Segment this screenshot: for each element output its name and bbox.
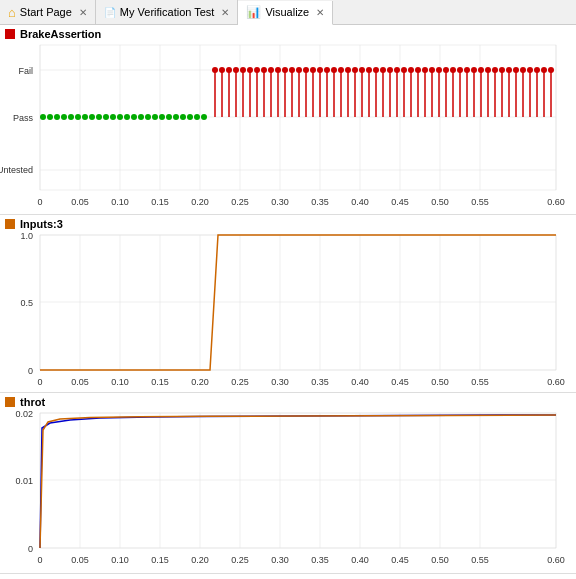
test-icon: 📄 xyxy=(104,7,116,18)
fail-dot xyxy=(226,67,232,73)
fail-dot xyxy=(296,67,302,73)
pass-dot xyxy=(152,114,158,120)
x-label-0: 0 xyxy=(37,377,42,387)
fail-dot xyxy=(513,67,519,73)
fail-dot xyxy=(261,67,267,73)
inputs-color xyxy=(5,219,15,229)
tab-visualize[interactable]: 📊 Visualize ✕ xyxy=(238,1,333,25)
fail-dot xyxy=(212,67,218,73)
start-page-label: Start Page xyxy=(20,6,72,18)
throt-svg: 0.02 0.01 0 0 0.05 0.10 0.15 0.20 0.25 0… xyxy=(0,408,566,576)
y-label-pass: Pass xyxy=(13,113,34,123)
visualize-close[interactable]: ✕ xyxy=(316,7,324,18)
brake-assertion-title: BrakeAssertion xyxy=(0,25,576,40)
fail-dot xyxy=(331,67,337,73)
x-label-005: 0.05 xyxy=(71,197,89,207)
x-label-010: 0.10 xyxy=(111,197,129,207)
x-label-050: 0.50 xyxy=(431,197,449,207)
pass-dot xyxy=(40,114,46,120)
fail-dot xyxy=(352,67,358,73)
fail-dot xyxy=(499,67,505,73)
brake-assertion-color xyxy=(5,29,15,39)
throt-label: throt xyxy=(20,396,45,408)
fail-dot xyxy=(254,67,260,73)
pass-dot xyxy=(89,114,95,120)
fail-dot xyxy=(457,67,463,73)
y-label-05: 0.5 xyxy=(20,298,33,308)
fail-dot xyxy=(394,67,400,73)
tab-verification-test[interactable]: 📄 My Verification Test ✕ xyxy=(96,0,239,24)
fail-dot xyxy=(527,67,533,73)
throt-color xyxy=(5,397,15,407)
x-label-020: 0.20 xyxy=(191,555,209,565)
verification-test-close[interactable]: ✕ xyxy=(221,7,229,18)
x-label-015: 0.15 xyxy=(151,377,169,387)
fail-dot xyxy=(275,67,281,73)
pass-dot xyxy=(110,114,116,120)
y-label-fail: Fail xyxy=(18,66,33,76)
tab-bar: ⌂ Start Page ✕ 📄 My Verification Test ✕ … xyxy=(0,0,576,25)
x-label-060: 0.60 xyxy=(547,377,565,387)
x-label-015: 0.15 xyxy=(151,197,169,207)
fail-dot xyxy=(422,67,428,73)
x-label-045: 0.45 xyxy=(391,197,409,207)
pass-dot xyxy=(47,114,53,120)
brake-assertion-svg: Fail Pass Untested 0 0.05 0.10 0.15 0.20… xyxy=(0,40,566,215)
x-label-040: 0.40 xyxy=(351,555,369,565)
inputs-chart: Inputs:3 1.0 0.5 0 0 0.05 0.10 0.15 0.20… xyxy=(0,215,576,393)
y-label-0: 0 xyxy=(28,366,33,376)
inputs-label: Inputs:3 xyxy=(20,218,63,230)
x-label-025: 0.25 xyxy=(231,197,249,207)
fail-dot xyxy=(464,67,470,73)
pass-dot xyxy=(117,114,123,120)
svg-rect-34 xyxy=(40,413,556,548)
pass-dot xyxy=(61,114,67,120)
y-label-1: 1.0 xyxy=(20,231,33,241)
y-label-002: 0.02 xyxy=(15,409,33,419)
x-label-0: 0 xyxy=(37,555,42,565)
x-label-030: 0.30 xyxy=(271,555,289,565)
verification-test-label: My Verification Test xyxy=(120,6,215,18)
fail-dot xyxy=(506,67,512,73)
x-label-040: 0.40 xyxy=(351,197,369,207)
tab-start-page[interactable]: ⌂ Start Page ✕ xyxy=(0,0,96,24)
visualize-icon: 📊 xyxy=(246,5,261,19)
brake-assertion-label: BrakeAssertion xyxy=(20,28,101,40)
fail-dot xyxy=(548,67,554,73)
inputs-svg: 1.0 0.5 0 0 0.05 0.10 0.15 0.20 0.25 0.3… xyxy=(0,230,566,395)
fail-dot xyxy=(387,67,393,73)
pass-dot xyxy=(103,114,109,120)
x-label-045: 0.45 xyxy=(391,555,409,565)
x-label-030: 0.30 xyxy=(271,197,289,207)
fail-dot xyxy=(219,67,225,73)
fail-dot xyxy=(534,67,540,73)
fail-dot xyxy=(338,67,344,73)
svg-rect-17 xyxy=(40,235,556,370)
x-label-025: 0.25 xyxy=(231,377,249,387)
fail-dot xyxy=(303,67,309,73)
fail-dot xyxy=(233,67,239,73)
pass-dot xyxy=(68,114,74,120)
fail-dot xyxy=(282,67,288,73)
fail-dot xyxy=(471,67,477,73)
pass-dot xyxy=(96,114,102,120)
pass-dot xyxy=(145,114,151,120)
fail-dot xyxy=(541,67,547,73)
fail-dot xyxy=(373,67,379,73)
start-page-close[interactable]: ✕ xyxy=(79,7,87,18)
x-label-010: 0.10 xyxy=(111,377,129,387)
fail-dot xyxy=(268,67,274,73)
y-label-001: 0.01 xyxy=(15,476,33,486)
pass-dot xyxy=(159,114,165,120)
fail-dot xyxy=(317,67,323,73)
pass-dot xyxy=(166,114,172,120)
y-label-untested: Untested xyxy=(0,165,33,175)
x-label-040: 0.40 xyxy=(351,377,369,387)
pass-dot xyxy=(180,114,186,120)
x-label-050: 0.50 xyxy=(431,377,449,387)
x-label-005: 0.05 xyxy=(71,555,89,565)
x-label-035: 0.35 xyxy=(311,377,329,387)
visualize-label: Visualize xyxy=(265,6,309,18)
fail-dot xyxy=(415,67,421,73)
pass-dot xyxy=(187,114,193,120)
